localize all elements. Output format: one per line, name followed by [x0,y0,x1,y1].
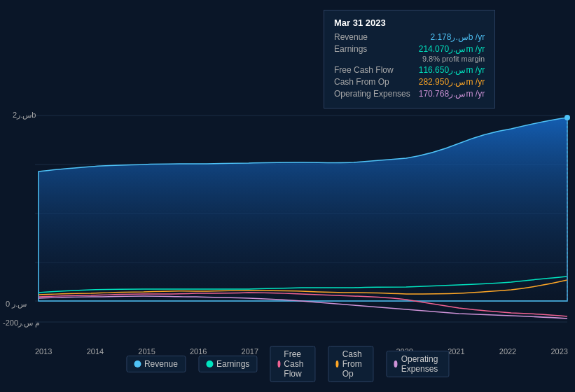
y-label-zero: 0 س.ر [6,300,27,309]
svg-point-8 [564,115,570,120]
tooltip-revenue-row: Revenue س.ر2.178b /yr [334,32,485,42]
legend-revenue-label: Revenue [144,359,178,369]
legend-fcf-label: Free Cash Flow [284,349,307,379]
legend-cfo[interactable]: Cash From Op [328,346,373,382]
legend-earnings[interactable]: Earnings [198,356,257,372]
x-label-2022: 2022 [499,347,516,356]
earnings-dot [206,360,213,368]
revenue-value: س.ر2.178b /yr [430,32,485,42]
legend-opex-label: Operating Expenses [401,354,441,374]
tooltip-date: Mar 31 2023 [334,18,485,28]
cfo-label: Cash From Op [334,77,389,87]
legend-revenue[interactable]: Revenue [126,356,186,372]
tooltip-opex-row: Operating Expenses س.ر170.768m /yr [334,89,485,99]
opex-value: س.ر170.768m /yr [419,89,485,99]
legend-opex[interactable]: Operating Expenses [386,351,449,377]
chart-container: Mar 31 2023 Revenue س.ر2.178b /yr Earnin… [0,0,575,392]
profit-margin: 9.8% profit margin [334,55,485,63]
x-label-2023: 2023 [550,347,567,356]
cfo-value: س.ر282.950m /yr [419,77,485,87]
earnings-value: س.ر214.070m /yr [419,44,485,54]
earnings-label: Earnings [334,44,367,54]
x-label-2014: 2014 [87,347,104,356]
x-label-2013: 2013 [35,347,52,356]
tooltip-earnings-row: Earnings س.ر214.070m /yr [334,44,485,54]
revenue-dot [134,360,141,368]
legend-earnings-label: Earnings [216,359,249,369]
cfo-dot [335,360,338,368]
opex-label: Operating Expenses [334,89,410,99]
x-label-2021: 2021 [448,347,464,356]
fcf-label: Free Cash Flow [334,65,394,75]
y-label-top: س.ر2b [13,111,36,120]
tooltip-fcf-row: Free Cash Flow س.ر116.650m /yr [334,65,485,75]
legend-cfo-label: Cash From Op [342,349,366,379]
tooltip-box: Mar 31 2023 Revenue س.ر2.178b /yr Earnin… [324,10,495,108]
legend-fcf[interactable]: Free Cash Flow [270,346,315,382]
opex-dot [394,360,397,368]
y-label-neg: -200م س.ر [3,318,40,328]
legend: Revenue Earnings Free Cash Flow Cash Fro… [126,346,449,382]
revenue-label: Revenue [334,32,368,42]
tooltip-cfo-row: Cash From Op س.ر282.950m /yr [334,77,485,87]
fcf-dot [277,360,280,368]
fcf-value: س.ر116.650m /yr [419,65,485,75]
